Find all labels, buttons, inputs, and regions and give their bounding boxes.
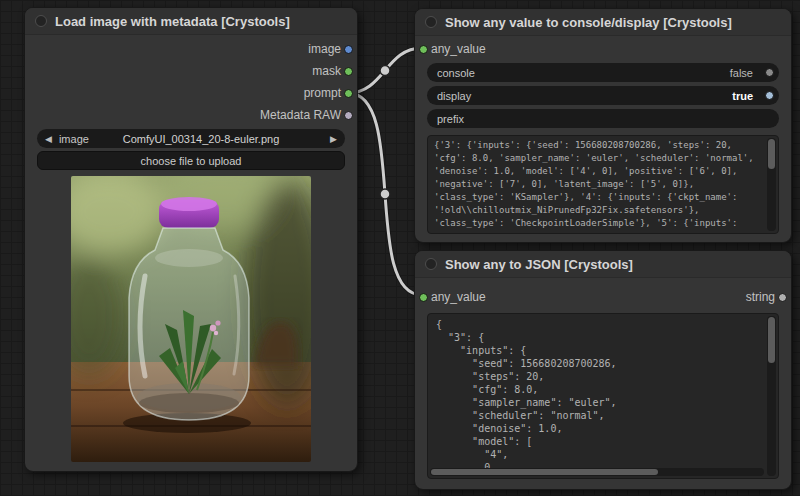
node-header[interactable]: Show any to JSON [Crystools] <box>415 251 791 278</box>
vertical-scrollbar[interactable] <box>767 138 776 231</box>
node-header[interactable]: Load image with metadata [Crystools] <box>25 8 357 35</box>
widget-value: true <box>732 90 753 102</box>
collapse-dot[interactable] <box>425 258 437 270</box>
scrollbar-thumb[interactable] <box>768 139 775 169</box>
widget-label: prefix <box>437 113 464 125</box>
toggle-on-dot[interactable] <box>765 91 774 100</box>
wire-shadow <box>348 93 422 295</box>
prefix-input[interactable]: prefix <box>427 109 779 128</box>
console-toggle[interactable]: console false <box>427 63 779 82</box>
choose-file-button[interactable]: choose file to upload <box>37 151 345 170</box>
node-header[interactable]: Show any value to console/display [Cryst… <box>415 9 791 36</box>
wire-midpoint-dot <box>380 189 390 199</box>
display-toggle[interactable]: display true <box>427 86 779 105</box>
scrollbar-thumb[interactable] <box>431 469 658 475</box>
console-output-textarea[interactable]: {'3': {'inputs': {'seed': 15668020870028… <box>427 135 779 234</box>
toggle-off-dot[interactable] <box>765 68 774 77</box>
input-dot-any-value[interactable] <box>419 45 428 54</box>
input-slot-any-value: any_value <box>415 39 791 59</box>
combo-prev-icon[interactable]: ◀ <box>45 134 52 144</box>
node-load-image-with-metadata[interactable]: Load image with metadata [Crystools] ima… <box>24 7 358 472</box>
io-slots: any_value string <box>415 287 791 307</box>
node-title: Load image with metadata [Crystools] <box>55 14 290 29</box>
widget-value: false <box>730 67 753 79</box>
collapse-dot[interactable] <box>425 16 437 28</box>
combo-value: ComfyUI_00314_20-8-euler.png <box>77 133 325 145</box>
widget-label: console <box>437 67 475 79</box>
scrollbar-thumb[interactable] <box>768 317 775 363</box>
json-output-textarea[interactable]: { "3": { "inputs": { "seed": 15668020870… <box>427 313 779 479</box>
slot-label: Metadata RAW <box>260 108 341 122</box>
wire-prompt-to-show-json <box>348 93 422 295</box>
vertical-scrollbar[interactable] <box>767 316 776 476</box>
wire-prompt-to-show-value <box>348 48 422 93</box>
output-slots: image mask prompt Metadata RAW <box>25 38 357 126</box>
input-dot-any-value[interactable] <box>419 293 428 302</box>
slot-label: any_value <box>431 42 486 56</box>
wire-midpoint-dot <box>380 66 390 76</box>
jar-photo <box>71 176 311 462</box>
node-show-any-to-json[interactable]: Show any to JSON [Crystools] any_value s… <box>414 250 792 490</box>
output-dot-string[interactable] <box>778 293 787 302</box>
output-slot-image: image <box>25 38 357 60</box>
output-slot-metadata-raw: Metadata RAW <box>25 104 357 126</box>
collapse-dot[interactable] <box>35 15 47 27</box>
slot-label: string <box>746 290 775 304</box>
node-show-any-value[interactable]: Show any value to console/display [Cryst… <box>414 8 792 243</box>
horizontal-scrollbar[interactable] <box>430 468 764 476</box>
image-filename-combo[interactable]: ◀ image ComfyUI_00314_20-8-euler.png ▶ <box>37 129 345 148</box>
console-output-text: {'3': {'inputs': {'seed': 15668020870028… <box>428 136 778 233</box>
output-dot-metadata-raw[interactable] <box>344 111 353 120</box>
node-title: Show any value to console/display [Cryst… <box>445 15 732 30</box>
comfyui-canvas[interactable]: Load image with metadata [Crystools] ima… <box>0 0 800 496</box>
output-dot-prompt[interactable] <box>344 89 353 98</box>
output-dot-image[interactable] <box>344 45 353 54</box>
image-preview <box>71 176 311 462</box>
output-slot-prompt: prompt <box>25 82 357 104</box>
node-title: Show any to JSON [Crystools] <box>445 257 633 272</box>
output-slot-mask: mask <box>25 60 357 82</box>
output-dot-mask[interactable] <box>344 67 353 76</box>
wire-shadow <box>348 48 422 93</box>
slot-label: prompt <box>304 86 341 100</box>
slot-label: any_value <box>431 290 486 304</box>
combo-next-icon[interactable]: ▶ <box>330 134 337 144</box>
widget-label: display <box>437 90 471 102</box>
slot-label: image <box>308 42 341 56</box>
slot-label: mask <box>312 64 341 78</box>
json-output-text: { "3": { "inputs": { "seed": 15668020870… <box>428 314 778 479</box>
